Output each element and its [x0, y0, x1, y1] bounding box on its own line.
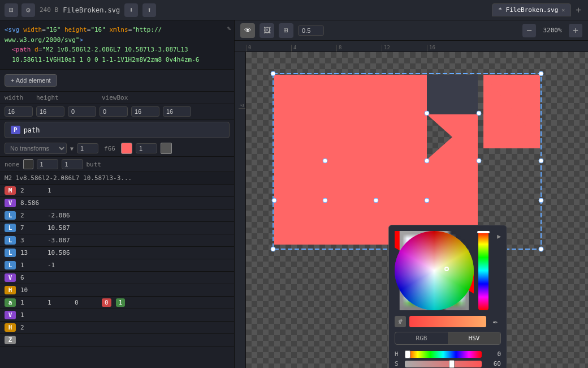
s-slider-row: S 60	[389, 359, 507, 368]
width-input[interactable]: 16	[5, 106, 33, 117]
settings-icon[interactable]: ⚙	[21, 3, 35, 17]
tab-bar: * FileBroken.svg ✕ +	[492, 3, 583, 16]
eyedropper-icon[interactable]: ✒	[490, 316, 501, 327]
ruler-tick-12: 12	[382, 45, 427, 52]
code-line-2: www.w3.org/2000/svg">	[5, 35, 230, 45]
cmd-v1-L4: 13	[20, 249, 43, 256]
left-panel: <svg width="16" height="16" xmlns="http:…	[0, 20, 235, 368]
height-label: height	[36, 94, 64, 101]
cmd-v2-L3: -3.087	[47, 237, 70, 244]
canvas-content: 4	[235, 52, 588, 368]
cmd-tag-V1: V	[5, 199, 16, 207]
cmd-v1-H1: 10	[20, 286, 43, 294]
stroke-opacity-input[interactable]	[62, 159, 83, 169]
svg-point-5	[271, 247, 275, 251]
zoom-input[interactable]: 0.5	[298, 25, 324, 36]
tab-close-icon[interactable]: ✕	[561, 7, 565, 13]
vb-y-input[interactable]	[100, 106, 128, 117]
svg-point-4	[539, 71, 543, 76]
ruler-tick-16: 16	[427, 45, 472, 52]
cmd-v1-V2: 6	[20, 274, 43, 281]
grid-icon-btn[interactable]: ⊞	[279, 23, 293, 38]
canvas-viewport[interactable]: ▸	[246, 52, 588, 368]
cmd-v2-L4: 10.586	[47, 249, 70, 256]
upload-icon[interactable]: ⬆	[142, 3, 156, 17]
h-slider-row: H 0	[389, 349, 507, 359]
width-label: width	[5, 94, 33, 101]
apps-icon[interactable]: ⊞	[5, 3, 18, 17]
zoom-out-btn[interactable]: −	[522, 24, 536, 37]
val-overlay	[395, 231, 474, 310]
svg-point-9	[477, 159, 481, 163]
cp-hex-icon[interactable]: #	[395, 316, 406, 327]
cmd-row-H1: H 10	[0, 284, 234, 297]
code-line-1: <svg width="16" height="16" xmlns="http:…	[5, 25, 230, 35]
vb-x-input[interactable]	[68, 106, 96, 117]
cp-expand-icon[interactable]: ▸	[496, 230, 502, 242]
color-swatch[interactable]	[121, 143, 132, 154]
image-icon-btn[interactable]: 🖼	[260, 23, 274, 38]
cmd-row-L1: L 2 -2.086	[0, 209, 234, 222]
tab-add-icon[interactable]: +	[573, 5, 583, 15]
add-element-button[interactable]: + Add element	[5, 74, 57, 87]
path-bar[interactable]: P path	[5, 122, 230, 138]
height-input[interactable]: 16	[36, 106, 64, 117]
cmd-tag-V3: V	[5, 311, 16, 319]
tab-hsv[interactable]: HSV	[448, 332, 500, 344]
zoom-in-btn[interactable]: +	[569, 24, 582, 37]
tab-rgb[interactable]: RGB	[395, 332, 448, 344]
svg-point-7	[425, 111, 429, 115]
code-area: <svg width="16" height="16" xmlns="http:…	[0, 20, 234, 70]
cmd-v4-a: 0	[102, 298, 111, 307]
cmd-tag-L3: L	[5, 236, 16, 245]
svg-rect-1	[427, 75, 478, 114]
cmd-tag-H2: H	[5, 323, 16, 332]
svg-point-3	[271, 71, 275, 76]
color-wheel[interactable]	[395, 231, 474, 310]
ruler-tick-0: 0	[246, 45, 291, 52]
cmd-v1-L5: 1	[20, 262, 43, 269]
active-tab[interactable]: * FileBroken.svg ✕	[492, 3, 571, 16]
path-data-row: M2 1v8.586l2-2.086L7 10.587l3-3...	[0, 172, 234, 185]
eye-icon-btn[interactable]: 👁	[240, 23, 255, 38]
s-slider[interactable]	[405, 361, 482, 367]
tf-val-input[interactable]	[77, 143, 98, 153]
ruler-v-tick-4: 4	[239, 63, 245, 109]
cmd-row-V2: V 6	[0, 272, 234, 284]
edit-icon[interactable]: ✎	[227, 24, 231, 34]
cmd-row-L2: L 7 10.587	[0, 222, 234, 234]
svg-point-15	[539, 198, 543, 203]
fill-row: none butt	[0, 157, 234, 172]
opacity-input[interactable]	[136, 143, 157, 153]
cmd-v2-L5: -1	[47, 262, 70, 269]
vb-w-input[interactable]	[131, 106, 159, 117]
vb-h-input[interactable]	[163, 106, 191, 117]
fill-opacity-input[interactable]	[37, 159, 58, 169]
ruler-vertical: 4	[235, 52, 246, 368]
transform-row: No transforms ▼ f66	[0, 140, 234, 157]
cmd-v2-L2: 10.587	[47, 224, 70, 232]
second-swatch[interactable]	[161, 143, 172, 154]
cmd-v2-L1: -2.086	[47, 212, 70, 219]
fill-swatch[interactable]	[23, 159, 33, 169]
cp-color-gradient-bar[interactable]	[409, 316, 486, 327]
svg-point-8	[477, 111, 481, 115]
cmd-v1-a: 1	[20, 299, 43, 306]
cmd-v1-L2: 7	[20, 224, 43, 232]
download-icon[interactable]: ⬇	[124, 3, 138, 17]
zoom-control: − 3200% +	[522, 24, 582, 37]
svg-point-14	[425, 198, 429, 203]
svg-point-11	[539, 159, 543, 163]
transform-select[interactable]: No transforms	[5, 143, 67, 154]
canvas-area: 👁 🖼 ⊞ 0.5 − 3200% + 0 4 8 12 16 4	[235, 20, 588, 368]
cmd-tag-L2: L	[5, 224, 16, 232]
s-slider-handle	[449, 360, 455, 368]
cmd-row-V3: V 1	[0, 309, 234, 322]
hue-bar[interactable]	[478, 231, 488, 310]
h-label: H	[395, 350, 401, 358]
h-slider[interactable]	[405, 351, 482, 358]
commands-list: M 2 1 V 8.586 L 2 -2.086 L 7 10.587 L 3	[0, 185, 234, 346]
cmd-tag-a: a	[5, 298, 16, 307]
props-row: width height viewBox	[0, 92, 234, 104]
cmd-row-a: a 1 1 0 0 1	[0, 297, 234, 309]
